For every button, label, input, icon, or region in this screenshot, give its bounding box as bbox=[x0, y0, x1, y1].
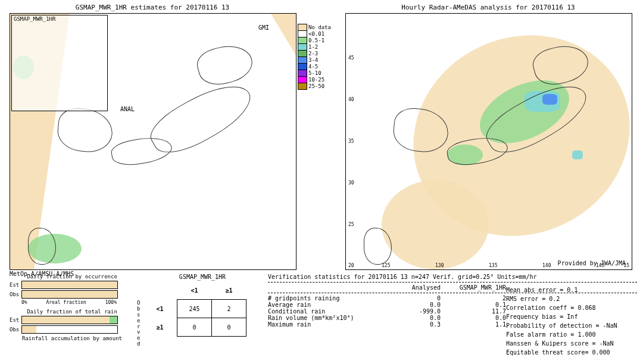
stat-gsmap: 1.1 bbox=[441, 321, 506, 328]
anal-label: ANAL bbox=[120, 106, 135, 112]
col-lt1: <1 bbox=[177, 281, 212, 300]
stat-name: # gridpoints raining bbox=[268, 295, 375, 302]
legend-label: 2-3 bbox=[308, 51, 318, 57]
legend-row: 25-50 bbox=[298, 83, 333, 89]
cell-10: 0 bbox=[177, 318, 212, 337]
occ-title: Daily fraction by occurrence bbox=[10, 274, 135, 280]
cell-11: 0 bbox=[212, 318, 246, 337]
lat-tick: 40 bbox=[348, 97, 354, 102]
score-line: Correlation coeff = 0.068 bbox=[506, 303, 617, 312]
lon-tick: 125 bbox=[382, 263, 390, 268]
cell-00: 245 bbox=[177, 300, 212, 318]
axis-100: 100% bbox=[105, 300, 117, 305]
axis-mid: Areal fraction bbox=[46, 300, 86, 305]
lat-tick: 45 bbox=[348, 55, 354, 61]
legend-row: 10-25 bbox=[298, 76, 333, 83]
est-label: Est bbox=[10, 282, 21, 288]
observed-vertical: Observed bbox=[137, 300, 140, 347]
lat-tick: 35 bbox=[348, 139, 354, 144]
legend-row: 1-2 bbox=[298, 43, 333, 50]
col-gsmap: GSMAP_MWR_1HR bbox=[441, 284, 506, 291]
legend-label: 3-4 bbox=[308, 57, 318, 63]
gsmap-map-panel: GSMAP_MWR_1HR ANAL GMI bbox=[10, 13, 296, 270]
legend-row: No data bbox=[298, 24, 333, 30]
obs-label: Obs bbox=[10, 327, 21, 332]
stat-analysed: 0.0 bbox=[375, 302, 441, 308]
legend-row: 5-10 bbox=[298, 70, 333, 76]
legend-label: No data bbox=[308, 24, 331, 30]
satellite-swath-gmi bbox=[254, 14, 296, 55]
color-legend: No data<0.010.5-11-22-33-44-55-1010-2525… bbox=[298, 24, 333, 89]
nodata-halo bbox=[382, 180, 489, 269]
cell-01: 2 bbox=[212, 300, 246, 318]
score-line: Hanssen & Kuipers score = -NaN bbox=[506, 339, 617, 348]
provided-by: Provided by JWA/JMA bbox=[558, 260, 626, 266]
tot-title: Daily fraction of total rain bbox=[10, 309, 135, 315]
confusion-matrix: GSMAP_MWR_1HR <1≥1 <12452 ≥100 bbox=[143, 274, 262, 337]
legend-row: 3-4 bbox=[298, 57, 333, 63]
map-bg-right: 45 40 35 30 25 20 15 125 130 135 140 145… bbox=[346, 14, 632, 269]
legend-row: 4-5 bbox=[298, 63, 333, 70]
stat-name: Maximum rain bbox=[268, 321, 375, 328]
col-analysed: Analysed bbox=[375, 284, 441, 291]
inset-title: GSMAP_MWR_1HR bbox=[14, 16, 55, 22]
stats-scores: Mean abs error = 0.1RMS error = 0.2Corre… bbox=[506, 285, 617, 357]
legend-label: 1-2 bbox=[308, 44, 318, 50]
legend-swatch bbox=[298, 83, 307, 90]
legend-label: 4-5 bbox=[308, 64, 318, 70]
map-bg-left: GSMAP_MWR_1HR ANAL GMI bbox=[10, 14, 296, 269]
stat-analysed: 0 bbox=[375, 295, 441, 302]
obs-occ-bar bbox=[21, 290, 118, 299]
verification-stats: Verification statistics for 20170116 13 … bbox=[268, 274, 637, 328]
rain-cyan bbox=[572, 150, 583, 159]
legend-label: <0.01 bbox=[308, 31, 324, 37]
right-map-title: Hourly Radar-AMeDAS analysis for 2017011… bbox=[345, 4, 631, 11]
lon-tick: 140 bbox=[542, 263, 551, 268]
est-label: Est bbox=[10, 317, 21, 323]
acc-title: Rainfall accumulation by amount bbox=[10, 335, 135, 341]
score-line: RMS error = 0.2 bbox=[506, 294, 617, 303]
score-line: Mean abs error = 0.1 bbox=[506, 285, 617, 294]
score-line: Equitable threat score= 0.000 bbox=[506, 348, 617, 357]
est-tot-bar bbox=[21, 316, 118, 324]
matrix-title: GSMAP_MWR_1HR bbox=[143, 274, 262, 280]
legend-label: 5-10 bbox=[308, 70, 322, 76]
stat-analysed: 0.3 bbox=[375, 321, 441, 328]
stats-header: Verification statistics for 20170116 13 … bbox=[268, 274, 637, 280]
coast-korea bbox=[56, 106, 114, 154]
axis-0: 0% bbox=[21, 300, 27, 305]
legend-label: 0.5-1 bbox=[308, 37, 324, 43]
stat-analysed: 0.0 bbox=[375, 315, 441, 321]
bars-section: Daily fraction by occurrence Est Obs 0%A… bbox=[10, 274, 135, 341]
stat-name: Rain volume (mm*km²x10⁴) bbox=[268, 315, 375, 321]
stat-name: Average rain bbox=[268, 302, 375, 308]
obs-label: Obs bbox=[10, 291, 21, 297]
stat-name: Conditional rain bbox=[268, 308, 375, 315]
stat-gsmap: 0.0 bbox=[441, 315, 506, 321]
lat-tick: 20 bbox=[348, 263, 354, 268]
stat-analysed: -999.0 bbox=[375, 308, 441, 315]
stat-gsmap: 2 bbox=[441, 295, 506, 302]
legend-label: 10-25 bbox=[308, 77, 324, 83]
gmi-label: GMI bbox=[258, 24, 269, 31]
legend-row: 2-3 bbox=[298, 50, 333, 57]
lon-tick: 135 bbox=[489, 263, 497, 268]
lon-tick: 130 bbox=[435, 263, 444, 268]
col-ge1: ≥1 bbox=[212, 281, 246, 300]
score-line: Frequency bias = Inf bbox=[506, 312, 617, 321]
legend-row: 0.5-1 bbox=[298, 37, 333, 43]
stat-gsmap: 11.7 bbox=[441, 308, 506, 315]
radar-map-panel: 45 40 35 30 25 20 15 125 130 135 140 145… bbox=[345, 13, 632, 270]
legend-row: <0.01 bbox=[298, 30, 333, 37]
inset-scatter: GSMAP_MWR_1HR bbox=[11, 15, 108, 111]
lat-tick: 25 bbox=[348, 222, 354, 227]
legend-label: 25-50 bbox=[308, 83, 324, 89]
obs-tot-bar bbox=[21, 325, 118, 334]
lat-tick: 30 bbox=[348, 180, 354, 186]
stat-gsmap: 0.1 bbox=[441, 302, 506, 308]
row-ge1: ≥1 bbox=[143, 318, 177, 337]
row-lt1: <1 bbox=[143, 300, 177, 318]
score-line: False alarm ratio = 1.000 bbox=[506, 330, 617, 339]
left-map-title: GSMAP_MWR_1HR estimates for 20170116 13 bbox=[10, 4, 295, 11]
coast-hokkaido bbox=[194, 40, 257, 90]
